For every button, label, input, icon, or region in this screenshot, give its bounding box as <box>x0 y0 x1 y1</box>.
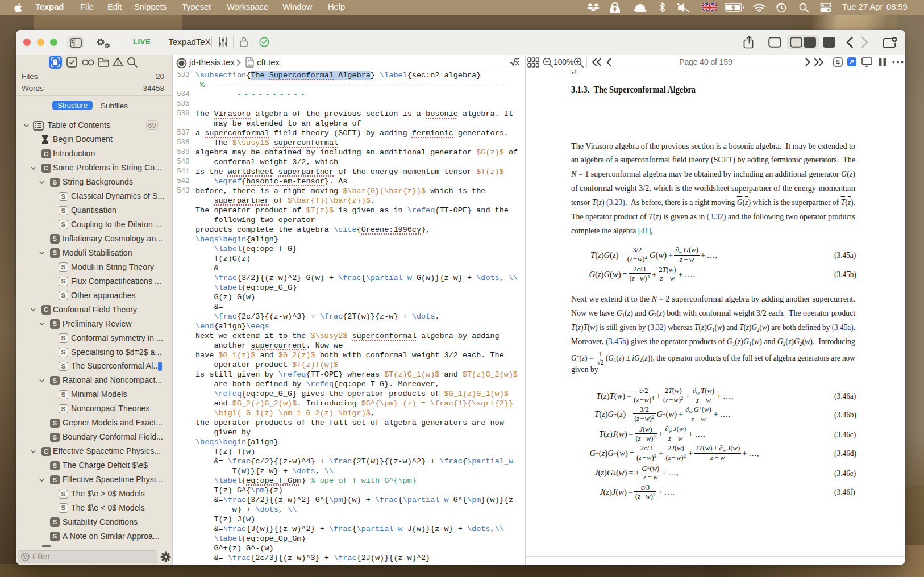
svg-text:TEX: TEX <box>248 64 253 66</box>
